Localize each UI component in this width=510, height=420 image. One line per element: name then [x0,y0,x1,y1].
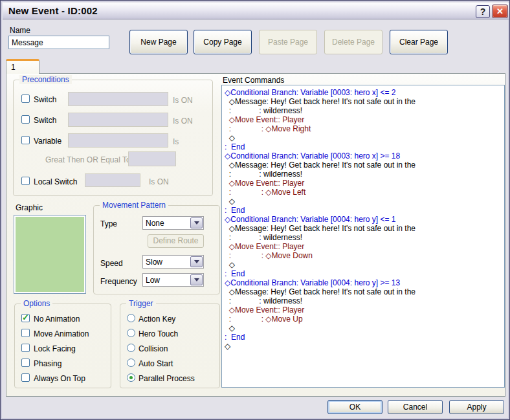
local-switch-label: Local Switch [34,177,77,186]
event-command-line[interactable]: ◇ [225,197,504,206]
graphic-label: Graphic [16,203,43,212]
move-animation-label: Move Animation [34,329,89,338]
event-command-line[interactable]: ◇Move Event:: Player [225,115,504,124]
delete-page-button: Delete Page [324,30,382,54]
event-command-line[interactable]: : : ◇Move Left [225,188,504,197]
movement-pattern-caption: Movement Pattern [100,201,168,210]
event-command-line[interactable]: ◇ [225,342,504,351]
switch1-checkbox[interactable] [21,94,30,103]
collision-radio[interactable] [127,344,135,352]
name-input[interactable]: Message [8,36,109,49]
switch1-field [68,92,168,106]
ok-button[interactable]: OK [327,400,382,414]
hero-touch-label: Hero Touch [139,329,178,338]
new-page-button[interactable]: New Page [129,30,188,54]
event-command-line[interactable]: ◇Message: Hey! Get back here! It's not s… [225,97,504,106]
parallel-process-label: Parallel Process [139,374,195,383]
chevron-down-icon [190,274,203,285]
cancel-button[interactable]: Cancel [388,400,443,414]
switch2-suffix: Is ON [173,116,193,126]
event-command-line[interactable]: ◇Conditional Branch: Variable [0004: her… [225,215,504,224]
event-command-line[interactable]: ◇ [225,324,504,333]
event-command-line[interactable]: ◇Move Event:: Player [225,179,504,188]
preconditions-caption: Preconditions [19,75,72,84]
type-label: Type [100,219,117,228]
event-command-line[interactable]: : End [225,142,504,151]
auto-start-radio[interactable] [127,359,135,367]
frequency-dropdown[interactable]: Low [142,273,204,287]
event-command-line[interactable]: ◇Message: Hey! Get back here! It's not s… [225,287,504,296]
window-title: New Event - ID:002 [8,5,98,16]
title-bar[interactable]: New Event - ID:002 ? ✕ [3,3,509,19]
speed-dropdown[interactable]: Slow [142,255,204,269]
frequency-label: Frequency [100,277,137,286]
local-switch-checkbox[interactable] [21,177,30,185]
type-dropdown[interactable]: None [142,216,204,230]
switch2-checkbox[interactable] [21,115,30,124]
event-command-line[interactable]: ◇Conditional Branch: Variable [0004: her… [225,278,504,287]
action-key-radio[interactable] [127,314,135,322]
tab-page-1[interactable]: 1 [6,59,39,74]
event-command-line[interactable]: : : wilderness! [225,170,504,179]
options-group: Options ✓ No Animation Move Animation Lo… [14,304,111,388]
event-command-line[interactable]: ◇Move Event:: Player [225,305,504,315]
event-command-line[interactable]: : : wilderness! [225,233,504,242]
event-command-line[interactable]: : End [225,333,504,342]
variable-field [68,133,168,148]
close-button[interactable]: ✕ [492,5,508,18]
event-command-line[interactable]: : : wilderness! [225,106,504,115]
frequency-value: Low [146,276,160,285]
always-on-top-checkbox[interactable] [21,373,30,382]
movement-pattern-group: Movement Pattern Type None Define Route … [93,205,220,294]
event-command-line[interactable]: ◇Message: Hey! Get back here! It's not s… [225,224,504,233]
define-route-button: Define Route [148,234,204,248]
options-caption: Options [21,299,52,308]
always-on-top-label: Always On Top [34,374,85,383]
chevron-down-icon [190,256,203,267]
event-command-line[interactable]: ◇Move Event:: Player [225,242,504,251]
move-animation-checkbox[interactable] [21,329,30,337]
lock-facing-label: Lock Facing [34,344,76,353]
lock-facing-checkbox[interactable] [21,344,30,352]
chevron-down-icon [190,217,203,228]
event-command-line[interactable]: ◇Conditional Branch: Variable [0003: her… [225,88,504,97]
event-command-line[interactable]: ◇ [225,260,504,269]
event-command-line[interactable]: ◇ [225,133,504,142]
switch1-suffix: Is ON [173,96,193,105]
event-command-line[interactable]: : : ◇Move Up [225,315,504,324]
parallel-process-radio[interactable] [127,373,135,382]
comparison-label: Great Then OR Equal To [45,155,131,164]
clear-page-button[interactable]: Clear Page [390,30,448,54]
graphic-picker[interactable] [14,215,86,294]
local-switch-suffix: Is ON [149,177,169,186]
event-command-line[interactable]: : End [225,269,504,278]
close-icon: ✕ [496,6,504,16]
help-icon: ? [480,6,486,17]
apply-button[interactable]: Apply [449,400,504,414]
speed-value: Slow [146,258,162,267]
trigger-group: Trigger Action Key Hero Touch Collision … [120,304,220,388]
trigger-caption: Trigger [126,299,156,308]
copy-page-button[interactable]: Copy Page [194,30,252,54]
event-command-line[interactable]: : : ◇Move Down [225,251,504,260]
paste-page-button: Paste Page [259,30,317,54]
collision-label: Collision [139,344,168,353]
auto-start-label: Auto Start [139,359,173,368]
event-command-line[interactable]: : : ◇Move Right [225,124,504,133]
checkmark-icon: ✓ [22,313,29,322]
phasing-checkbox[interactable] [21,359,30,367]
local-switch-dropdown [85,173,140,187]
event-command-line[interactable]: : : wilderness! [225,296,504,305]
hero-touch-radio[interactable] [127,329,135,337]
name-label: Name [10,26,30,35]
help-button[interactable]: ? [476,5,490,18]
event-command-line[interactable]: ◇Conditional Branch: Variable [0003: her… [225,151,504,160]
variable-label: Variable [34,137,61,146]
event-command-line[interactable]: : End [225,206,504,215]
preconditions-group: Preconditions Switch Is ON Switch Is ON … [13,80,213,196]
event-command-line[interactable]: ◇Message: Hey! Get back here! It's not s… [225,160,504,170]
variable-checkbox[interactable] [21,136,30,144]
no-animation-checkbox[interactable]: ✓ [21,314,30,322]
comparison-spinner [128,151,176,166]
new-event-dialog: New Event - ID:002 ? ✕ Name Message New … [0,0,510,420]
